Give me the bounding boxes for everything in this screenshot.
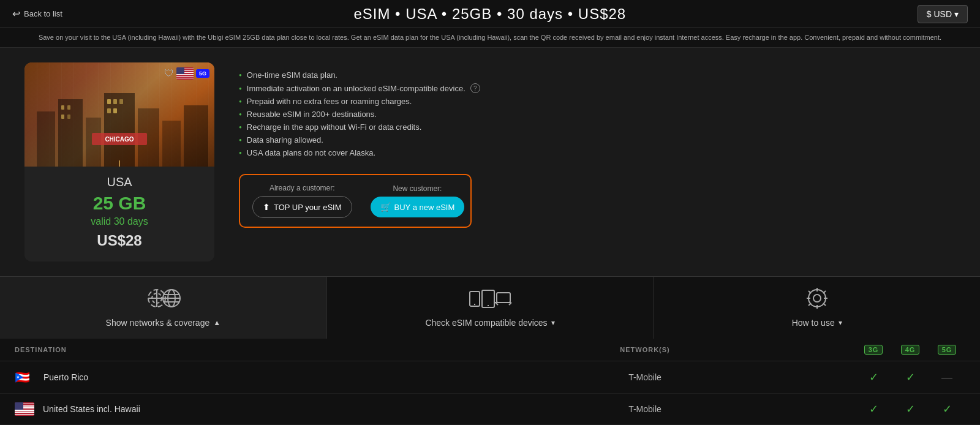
currency-chevron-icon: ▾ — [954, 9, 959, 19]
card-body: USA 25 GB valid 30 days US$28 — [24, 167, 214, 261]
currency-label: $ USD — [927, 9, 952, 19]
networks-icon — [145, 288, 181, 313]
country-name: United States incl. Hawaii — [43, 404, 140, 414]
card-country: USA — [37, 175, 202, 189]
tab-devices[interactable]: Check eSIM compatible devices ▾ — [327, 277, 654, 339]
feature-item: Recharge in the app without Wi-Fi or dat… — [239, 121, 956, 134]
svg-line-44 — [823, 303, 826, 306]
back-label: Back to list — [24, 9, 62, 18]
table-header: DESTINATION NETWORK(S) 3G 4G 5G — [0, 339, 980, 361]
3g-check: ✓ — [855, 370, 892, 384]
card-image: CHICAGO 🛡 5G — [24, 62, 214, 167]
currency-button[interactable]: $ USD ▾ — [918, 5, 968, 23]
svg-rect-33 — [497, 293, 510, 303]
feature-item: Immediate activation on an unlocked eSIM… — [239, 81, 956, 95]
howto-tab-label: How to use ▾ — [792, 318, 842, 328]
svg-rect-1 — [37, 111, 55, 167]
feature-text: One-time eSIM data plan. — [247, 70, 337, 80]
svg-text:CHICAGO: CHICAGO — [105, 136, 134, 143]
svg-rect-7 — [184, 105, 208, 167]
svg-rect-11 — [107, 108, 111, 113]
svg-rect-31 — [482, 290, 494, 307]
networks-label-text: Show networks & coverage — [106, 318, 210, 328]
4g-check: ✓ — [892, 370, 929, 384]
4g-badge-header: 4G — [901, 345, 920, 355]
svg-rect-8 — [107, 99, 111, 104]
header-4g: 4G — [892, 345, 929, 355]
3g-badge-header: 3G — [864, 345, 883, 355]
topup-button[interactable]: ⬆ TOP UP your eSIM — [252, 196, 352, 218]
table-row: 🇵🇷 Puerto Rico T-Mobile ✓ ✓ — — [0, 361, 980, 394]
cta-new-col: New customer: 🛒 BUY a new eSIM — [371, 184, 465, 217]
page-title: eSIM • USA • 25GB • 30 days • US$28 — [62, 6, 918, 23]
cart-icon: 🛒 — [380, 202, 391, 212]
howto-icon — [807, 288, 827, 313]
devices-icon — [469, 288, 511, 313]
cta-already-col: Already a customer: ⬆ TOP UP your eSIM — [252, 184, 352, 218]
feature-text: Prepaid with no extra fees or roaming ch… — [247, 97, 412, 106]
feature-text: Immediate activation on an unlocked eSIM… — [247, 84, 466, 93]
feature-item: Data sharing allowed. — [239, 134, 956, 146]
info-icon[interactable]: ? — [470, 83, 480, 93]
topup-icon: ⬆ — [263, 202, 270, 212]
card-data: 25 GB — [37, 193, 202, 214]
top-bar: ↩ Back to list eSIM • USA • 25GB • 30 da… — [0, 0, 980, 28]
svg-line-46 — [823, 291, 826, 293]
buy-label: BUY a new eSIM — [394, 203, 455, 212]
bottom-tabs: Show networks & coverage ▲ Check eSIM co… — [0, 276, 980, 339]
feature-item: Reusable eSIM in 200+ destinations. — [239, 108, 956, 121]
svg-rect-13 — [61, 105, 64, 110]
card-overlay-info: 🛡 5G — [164, 67, 209, 80]
feature-item: One-time eSIM data plan. — [239, 69, 956, 81]
svg-rect-6 — [162, 121, 181, 167]
5g-dash: — — [929, 371, 965, 384]
network-name: T-Mobile — [435, 372, 855, 382]
networks-tab-label: Show networks & coverage ▲ — [106, 318, 221, 328]
product-card: CHICAGO 🛡 5G USA 25 GB valid 30 days US$… — [24, 62, 214, 261]
header-network: NETWORK(S) — [435, 346, 855, 353]
header-3g: 3G — [855, 345, 892, 355]
svg-line-45 — [809, 303, 811, 306]
pr-flag-icon: 🇵🇷 — [15, 370, 30, 385]
svg-rect-12 — [113, 108, 117, 113]
5g-check: ✓ — [929, 402, 965, 416]
svg-rect-10 — [119, 99, 123, 104]
buy-button[interactable]: 🛒 BUY a new eSIM — [371, 197, 465, 217]
shield-icon: 🛡 — [164, 68, 174, 79]
tab-networks[interactable]: Show networks & coverage ▲ — [0, 277, 327, 339]
feature-item: Prepaid with no extra fees or roaming ch… — [239, 95, 956, 108]
info-banner-text: Save on your visit to the USA (including… — [39, 34, 941, 41]
feature-text: USA data plans do not cover Alaska. — [247, 148, 375, 157]
cta-box: Already a customer: ⬆ TOP UP your eSIM N… — [239, 174, 472, 228]
feature-item: USA data plans do not cover Alaska. — [239, 146, 956, 159]
us-flag — [176, 67, 194, 80]
us-flag-icon — [15, 402, 34, 416]
5g-badge: 5G — [196, 69, 209, 78]
network-name: T-Mobile — [435, 404, 855, 414]
back-to-list-link[interactable]: ↩ Back to list — [12, 8, 62, 20]
devices-label-text: Check eSIM compatible devices — [425, 318, 547, 328]
5g-badge-header: 5G — [938, 345, 957, 355]
table-row: United States incl. Hawaii T-Mobile ✓ ✓ … — [0, 394, 980, 425]
back-arrow-icon: ↩ — [12, 8, 20, 20]
svg-rect-16 — [67, 115, 70, 119]
howto-label-text: How to use — [792, 318, 835, 328]
country-name: Puerto Rico — [43, 372, 88, 382]
svg-rect-14 — [67, 105, 70, 110]
howto-chevron-icon: ▾ — [839, 318, 842, 327]
svg-point-37 — [809, 290, 826, 307]
already-customer-label: Already a customer: — [270, 184, 335, 192]
info-banner: Save on your visit to the USA (including… — [0, 28, 980, 48]
networks-chevron-icon: ▲ — [213, 318, 221, 327]
features-section: One-time eSIM data plan. Immediate activ… — [239, 62, 956, 228]
card-price: US$28 — [37, 232, 202, 249]
svg-line-43 — [809, 291, 811, 293]
3g-check: ✓ — [855, 402, 892, 416]
svg-rect-15 — [61, 115, 64, 119]
svg-rect-9 — [113, 99, 117, 104]
tab-howto[interactable]: How to use ▾ — [654, 277, 980, 339]
feature-text: Data sharing allowed. — [247, 135, 323, 145]
card-validity: valid 30 days — [37, 216, 202, 227]
feature-text: Reusable eSIM in 200+ destinations. — [247, 110, 377, 119]
card-building-svg: CHICAGO — [24, 87, 214, 167]
